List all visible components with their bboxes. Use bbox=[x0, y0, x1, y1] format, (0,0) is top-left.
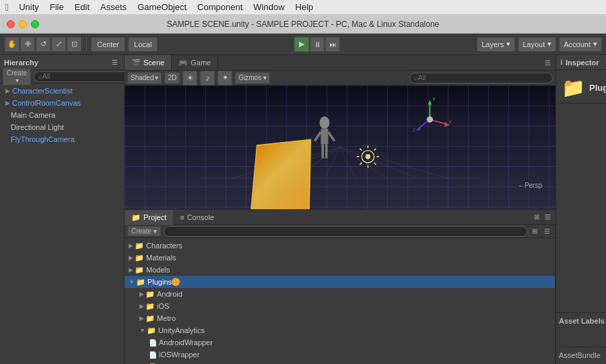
project-menu-icon[interactable]: ☰ bbox=[542, 227, 552, 235]
svg-point-26 bbox=[366, 154, 370, 159]
svg-point-9 bbox=[320, 116, 330, 129]
project-item-plugins[interactable]: ▼ 📁 Plugins bbox=[125, 276, 555, 288]
inspector-asset-name: Plugins bbox=[589, 83, 606, 93]
inspector-header: ℹ Inspector 🔒 ☰ bbox=[556, 55, 606, 70]
project-item-platformwrapper[interactable]: 📄 PlatformWrapper bbox=[125, 361, 555, 364]
scene-tab-label: Scene bbox=[143, 59, 164, 67]
project-item-ioswrapper[interactable]: 📄 iOSWrapper bbox=[125, 349, 555, 361]
proj-item-label: Metro bbox=[157, 314, 176, 322]
scene-viewport[interactable]: Y X Z bbox=[125, 85, 556, 209]
play-button[interactable]: ▶ bbox=[294, 37, 309, 52]
expand-icon: ▼ bbox=[129, 279, 135, 285]
scene-tab[interactable]: 🎬 Scene bbox=[125, 55, 172, 70]
project-item-materials[interactable]: ▶ 📁 Materials bbox=[125, 252, 555, 264]
orange-dot bbox=[172, 278, 180, 286]
menu-assets[interactable]: Assets bbox=[96, 1, 131, 13]
inspector-content: 📁 Plugins ⚙ Open bbox=[556, 70, 606, 194]
bottom-content-area: Create ▾ ⊞ ☰ ▶ 📁 Characters ▶ bbox=[125, 225, 556, 364]
project-col-icon[interactable]: ⊞ bbox=[530, 227, 539, 235]
inspector-spacer bbox=[556, 194, 606, 312]
menu-edit[interactable]: Edit bbox=[70, 1, 94, 13]
local-toggle-button[interactable]: Local bbox=[128, 37, 158, 52]
scene-view-area: 🎬 Scene 🎮 Game ☰ Shaded ▾ 2D bbox=[125, 55, 556, 209]
bottom-panel-controls: ⊞ ☰ bbox=[532, 210, 553, 224]
audio-toggle[interactable]: ♪ bbox=[200, 71, 215, 85]
hierarchy-item[interactable]: Main Camera bbox=[0, 109, 124, 121]
bottom-panel-menu[interactable]: ☰ bbox=[543, 213, 553, 221]
expand-icon: ▶ bbox=[139, 315, 144, 322]
hierarchy-item[interactable]: ▶ ControlRoomCanvas bbox=[0, 97, 124, 109]
bottom-panel-collapse[interactable]: ⊞ bbox=[532, 213, 541, 221]
transform-tools: ✋ ✙ ↺ ⤢ ⊡ bbox=[4, 36, 82, 52]
pause-button[interactable]: ⏸ bbox=[310, 37, 325, 52]
hierarchy-lock-icon[interactable]: ☰ bbox=[110, 58, 120, 67]
menu-gameobject[interactable]: GameObject bbox=[133, 1, 191, 13]
menu-component[interactable]: Component bbox=[193, 1, 247, 13]
hier-item-label: FlyThroughCamera bbox=[11, 135, 75, 143]
console-tab[interactable]: ≡ Console bbox=[173, 210, 221, 225]
folder-icon: 📁 bbox=[147, 326, 156, 335]
gizmos-dropdown[interactable]: Gizmos ▾ bbox=[235, 72, 270, 84]
expand-icon: ▶ bbox=[129, 242, 133, 249]
project-item-metro[interactable]: ▶ 📁 Metro bbox=[125, 312, 555, 324]
hierarchy-title: Hierarchy bbox=[4, 59, 38, 67]
project-item-characters[interactable]: ▶ 📁 Characters bbox=[125, 240, 555, 252]
project-item-android[interactable]: ▶ 📁 Android bbox=[125, 288, 555, 300]
asset-labels-section: Asset Labels 🏷 AssetBundle None ▾ None ▾ bbox=[556, 312, 606, 364]
lighting-toggle[interactable]: ☀ bbox=[182, 71, 197, 85]
effects-toggle[interactable]: ✦ bbox=[217, 71, 232, 85]
rotate-tool-button[interactable]: ↺ bbox=[36, 37, 50, 52]
project-item-ios[interactable]: ▶ 📁 iOS bbox=[125, 300, 555, 312]
hierarchy-create-button[interactable]: Create ▾ bbox=[3, 68, 31, 85]
minimize-window-button[interactable] bbox=[19, 20, 27, 28]
close-window-button[interactable] bbox=[7, 20, 15, 28]
project-search-input[interactable] bbox=[164, 226, 527, 237]
project-item-unityanalytics-folder[interactable]: ▼ 📁 UnityAnalytics bbox=[125, 324, 555, 336]
bottom-panel: 📁 Project ≡ Console ⊞ ☰ Create ▾ bbox=[125, 209, 556, 364]
maximize-window-button[interactable] bbox=[31, 20, 39, 28]
bottom-tab-bar: 📁 Project ≡ Console ⊞ ☰ bbox=[125, 210, 556, 225]
proj-item-label: UnityAnalytics bbox=[158, 326, 205, 334]
move-tool-button[interactable]: ✙ bbox=[20, 37, 35, 52]
game-tab[interactable]: 🎮 Game bbox=[172, 55, 218, 70]
hierarchy-item[interactable]: FlyThroughCamera bbox=[0, 133, 124, 145]
layout-dropdown[interactable]: Layout ▾ bbox=[518, 37, 556, 52]
step-button[interactable]: ⏭ bbox=[325, 37, 340, 52]
project-tab[interactable]: 📁 Project bbox=[125, 210, 173, 225]
menu-unity[interactable]: Unity bbox=[14, 1, 44, 13]
hierarchy-item[interactable]: ▶ CharacterScientist bbox=[0, 85, 124, 97]
hier-item-label: Main Camera bbox=[11, 111, 55, 119]
asset-labels-title: Asset Labels bbox=[559, 317, 606, 325]
scene-panel-menu[interactable]: ☰ bbox=[543, 59, 553, 67]
project-item-models[interactable]: ▶ 📁 Models bbox=[125, 264, 555, 276]
svg-text:Y: Y bbox=[432, 96, 436, 102]
svg-line-5 bbox=[340, 147, 356, 178]
inspector-folder-icon: 📁 bbox=[562, 77, 585, 99]
apple-logo:  bbox=[5, 2, 9, 13]
hierarchy-search-input[interactable] bbox=[34, 71, 129, 82]
game-tab-label: Game bbox=[191, 59, 211, 67]
shading-dropdown[interactable]: Shaded ▾ bbox=[127, 72, 162, 84]
menu-window[interactable]: Window bbox=[248, 1, 289, 13]
menu-help[interactable]: Help bbox=[291, 1, 318, 13]
scene-toolbar: Shaded ▾ 2D ☀ ♪ ✦ Gizmos ▾ bbox=[125, 71, 556, 85]
2d-toggle[interactable]: 2D bbox=[164, 72, 180, 84]
console-tab-icon: ≡ bbox=[180, 213, 184, 221]
menu-bar:  Unity File Edit Assets GameObject Comp… bbox=[0, 0, 606, 15]
asset-bundle-label: AssetBundle bbox=[559, 351, 606, 359]
project-item-androidwrapper[interactable]: 📄 AndroidWrapper bbox=[125, 336, 555, 349]
hierarchy-item[interactable]: Directional Light bbox=[0, 121, 124, 133]
account-dropdown[interactable]: Account ▾ bbox=[559, 37, 602, 52]
rect-tool-button[interactable]: ⊡ bbox=[67, 37, 81, 52]
center-panel: 🎬 Scene 🎮 Game ☰ Shaded ▾ 2D bbox=[125, 55, 556, 364]
hand-tool-button[interactable]: ✋ bbox=[5, 37, 20, 52]
scene-search-input[interactable] bbox=[409, 73, 553, 83]
proj-item-label: Materials bbox=[146, 254, 176, 262]
inspector-title: Inspector bbox=[566, 59, 599, 67]
menu-file[interactable]: File bbox=[45, 1, 69, 13]
scale-tool-button[interactable]: ⤢ bbox=[51, 37, 66, 52]
layers-dropdown[interactable]: Layers ▾ bbox=[477, 37, 515, 52]
project-create-button[interactable]: Create ▾ bbox=[127, 226, 161, 236]
center-toggle-button[interactable]: Center bbox=[91, 37, 125, 52]
expand-icon: ▶ bbox=[129, 266, 133, 273]
